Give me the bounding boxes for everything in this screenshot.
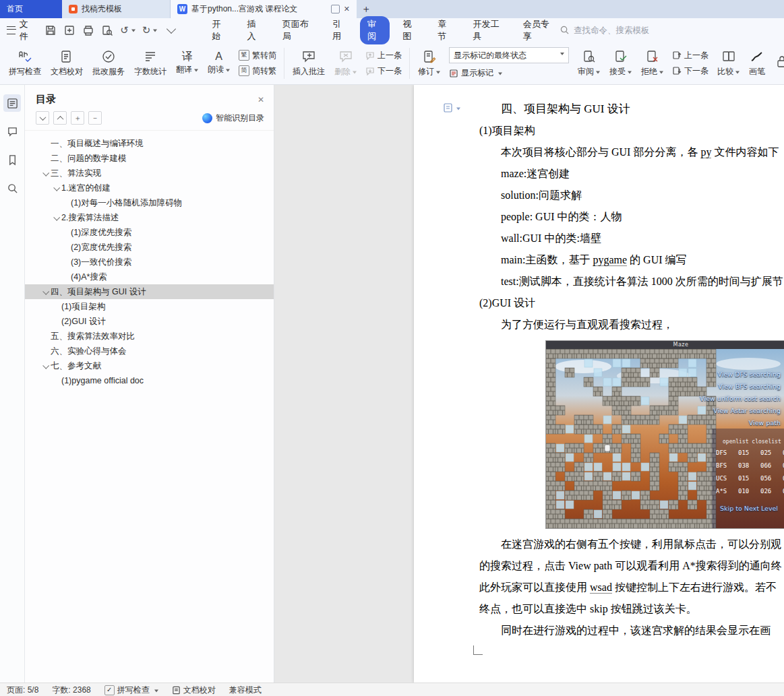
toc-item[interactable]: (2)GUI 设计 [25, 314, 274, 329]
simp-to-trad-button[interactable]: 简 简转繁 [239, 65, 276, 77]
toc-expander-icon[interactable] [51, 183, 61, 193]
toc-expander-icon[interactable] [40, 168, 51, 179]
menu-view[interactable]: 视图 [395, 16, 425, 44]
menu-review-active[interactable]: 审阅 [360, 16, 390, 44]
print-preview-icon[interactable] [101, 24, 113, 36]
toc-item-selected[interactable]: 四、项目架构与 GUI 设计 [25, 284, 274, 299]
toc-zoom-out-button[interactable]: － [88, 111, 102, 125]
word-count[interactable]: 字数: 2368 [52, 685, 90, 696]
toc-item[interactable]: (1)对每一小格随机添加障碍物 [25, 195, 274, 210]
toc-item[interactable]: (1)深度优先搜索 [25, 225, 274, 240]
trad-to-simp-button[interactable]: 繁 繁转简 [239, 50, 276, 61]
doc-line[interactable]: 为了方便运行与直观观看搜索过程， [479, 314, 784, 336]
toc-zoom-in-button[interactable]: ＋ [71, 111, 84, 125]
doc-line[interactable]: maze:迷宫创建 [479, 163, 784, 185]
outline-pane-button[interactable] [3, 94, 21, 112]
prev-comment-button[interactable]: 上一条 [365, 50, 402, 61]
doc-line[interactable]: 此外玩家可以直接使用 wsad 按键控制上下左右进行游戏。若不 [479, 577, 784, 598]
next-change-button[interactable]: 下一条 [672, 65, 708, 77]
translate-button[interactable]: 译 翻译 [171, 44, 203, 83]
word-count-button[interactable]: 字数统计 [129, 44, 171, 83]
doc-line[interactable]: wall:GUI 中的类:墙壁 [479, 228, 784, 249]
menu-dev-tools[interactable]: 开发工具 [465, 16, 510, 44]
doc-line[interactable]: 在迷宫游戏的右侧有五个按键，利用鼠标点击，可以分别观 [479, 534, 784, 555]
toc-expander-icon[interactable] [40, 286, 51, 297]
read-aloud-button[interactable]: A 朗读 [203, 44, 235, 83]
doc-heading[interactable]: 四、项目架构与 GUI 设计 [479, 98, 784, 120]
print-icon[interactable] [82, 24, 94, 36]
doc-line[interactable]: 终点，也可以直接选中 skip 按钮跳过该关卡。 [479, 598, 784, 620]
file-menu-button[interactable]: 文件 [7, 18, 35, 42]
toc-item[interactable]: (1)pygame official doc [25, 373, 274, 388]
menu-member[interactable]: 会员专享 [516, 16, 560, 44]
show-markup-button[interactable]: 显示标记 [449, 67, 569, 79]
doc-proof-status-button[interactable]: 文档校对 [172, 685, 216, 696]
smart-toc-button[interactable]: 智能识别目录 [202, 113, 264, 124]
doc-line[interactable]: test:测试脚本，直接统计各算法 1000 次所需的时间与扩展节 [479, 271, 784, 292]
toc-expander-icon[interactable] [40, 360, 51, 371]
tab-home[interactable]: 首页 [0, 0, 62, 18]
restrict-edit-button[interactable] [770, 44, 784, 83]
toc-item[interactable]: 三、算法实现 [25, 166, 274, 181]
doc-line[interactable]: 本次项目将核心部分与 GUI 部分分离，各 py 文件内容如下 [479, 141, 784, 163]
undo-caret-icon[interactable] [131, 30, 135, 34]
save-icon[interactable] [44, 24, 57, 36]
search-input[interactable] [572, 25, 676, 36]
tab-close-icon[interactable]: ✕ [344, 5, 350, 13]
menu-references[interactable]: 引用 [325, 16, 355, 44]
doc-line[interactable]: main:主函数，基于 pygame 的 GUI 编写 [479, 249, 784, 271]
comment-indicator[interactable] [443, 102, 460, 113]
toc-item[interactable]: (1)项目架构 [25, 299, 274, 314]
prev-change-button[interactable]: 上一条 [672, 50, 708, 61]
toc-collapse-all-button[interactable] [36, 111, 49, 125]
markup-state-select[interactable]: 显示标记的最终状态 [449, 47, 569, 63]
delete-comment-button[interactable]: 删除 [330, 44, 361, 83]
doc-line[interactable]: (1)项目架构 [479, 120, 784, 141]
toc-expander-icon[interactable] [51, 212, 61, 223]
undo-button[interactable]: ↺ [120, 24, 135, 36]
toc-item[interactable]: (3)一致代价搜索 [25, 255, 274, 270]
toc-item[interactable]: 六、实验心得与体会 [25, 344, 274, 358]
toc-close-icon[interactable]: ✕ [258, 95, 264, 104]
toc-item[interactable]: 1.迷宫的创建 [25, 181, 274, 195]
track-changes-button[interactable]: 修订 [413, 44, 445, 83]
doc-line[interactable]: (2)GUI 设计 [479, 292, 784, 314]
doc-line[interactable]: 的搜索过程，点击 View path 可以观看利用 A*搜索得到的通向终 [479, 555, 784, 577]
accept-button[interactable]: 接受 [605, 44, 636, 83]
doc-line[interactable]: 同时在进行游戏的过程中，该迷宫求解的结果会显示在画 [479, 620, 784, 641]
menu-section[interactable]: 章节 [430, 16, 460, 44]
output-icon[interactable] [63, 24, 76, 36]
doc-line[interactable]: solution:问题求解 [479, 185, 784, 206]
document-page[interactable]: 四、项目架构与 GUI 设计 (1)项目架构 本次项目将核心部分与 GUI 部分… [414, 85, 784, 683]
tab-float-icon[interactable] [331, 5, 340, 13]
toc-item[interactable]: 五、搜索算法效率对比 [25, 329, 274, 344]
reject-button[interactable]: 拒绝 [636, 44, 668, 83]
next-comment-button[interactable]: 下一条 [365, 65, 402, 77]
redo-caret-icon[interactable] [153, 30, 157, 34]
compare-button[interactable]: 比较 [713, 44, 744, 83]
bookmark-pane-button[interactable] [3, 151, 21, 168]
toc-item[interactable]: 2.搜索算法描述 [25, 210, 274, 225]
review-button[interactable]: 审阅 [573, 44, 605, 83]
menu-insert[interactable]: 插入 [240, 16, 270, 44]
insert-comment-button[interactable]: 插入批注 [288, 44, 330, 83]
spell-check-toggle[interactable]: ✓ 拼写检查 [104, 685, 158, 696]
redo-button[interactable]: ↻ [142, 24, 158, 36]
toc-item[interactable]: (2)宽度优先搜索 [25, 240, 274, 255]
find-pane-button[interactable] [3, 179, 21, 197]
command-search[interactable] [560, 25, 676, 36]
toc-expand-all-button[interactable] [53, 111, 67, 125]
collapse-ribbon-icon[interactable] [167, 24, 176, 33]
correction-service-button[interactable]: 批改服务 [88, 44, 129, 83]
toc-item[interactable]: 七、参考文献 [25, 358, 274, 373]
doc-proof-button[interactable]: 文档校对 [46, 44, 88, 83]
spell-check-button[interactable]: 拼写检查 [4, 44, 46, 83]
menu-page-layout[interactable]: 页面布局 [275, 16, 320, 44]
toc-item[interactable]: 一、项目概述与编译环境 [25, 136, 274, 151]
annotations-pane-button[interactable] [3, 123, 21, 140]
tab-template[interactable]: 找稿壳模板 [62, 0, 171, 18]
doc-line[interactable]: people: GUI 中的类：人物 [479, 206, 784, 228]
toc-item[interactable]: 二、问题的数学建模 [25, 151, 274, 166]
menu-start[interactable]: 开始 [204, 16, 234, 44]
pen-button[interactable]: 画笔 [744, 44, 770, 83]
